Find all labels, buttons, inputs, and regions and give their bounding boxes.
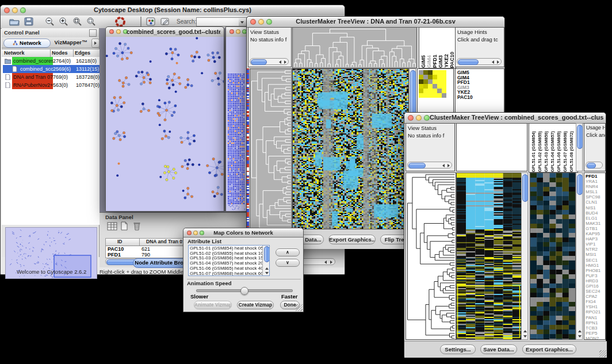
gene-label[interactable]: PAC10 bbox=[457, 95, 504, 100]
save-data-button[interactable]: Save Data... bbox=[480, 344, 517, 354]
tv2-zoom-vscrollbar[interactable] bbox=[576, 173, 583, 340]
main-title-bar[interactable]: Cytoscape Desktop (Session Name: collins… bbox=[1, 5, 345, 16]
column-label[interactable]: YKE2 bbox=[443, 54, 449, 68]
gene-label[interactable]: PHO81 bbox=[586, 268, 605, 273]
vscroll-thumb[interactable] bbox=[577, 174, 583, 195]
hscroll-thumb[interactable] bbox=[458, 59, 479, 65]
scroll-right-icon[interactable] bbox=[497, 60, 499, 64]
col-network[interactable]: Network bbox=[4, 50, 25, 56]
gene-label[interactable]: RNR4 bbox=[586, 184, 605, 189]
scroll-right-icon[interactable] bbox=[330, 260, 332, 264]
zoom-in-icon[interactable] bbox=[58, 17, 70, 26]
move-down-button[interactable]: ∨ bbox=[276, 259, 300, 267]
network-window-title-bar[interactable]: combined_scores_good.txt--cluste... bbox=[106, 27, 224, 37]
tv1-zoomed-heatmap[interactable] bbox=[419, 70, 446, 98]
animation-slider[interactable] bbox=[196, 289, 293, 292]
dialog-title-bar[interactable]: Map Colors to Network bbox=[183, 228, 303, 237]
column-label[interactable]: GIM5 bbox=[420, 55, 426, 68]
zoom-selected-icon[interactable] bbox=[86, 17, 97, 26]
maximize-icon[interactable] bbox=[200, 231, 204, 235]
open-session-icon[interactable] bbox=[9, 17, 20, 26]
vscroll-thumb[interactable] bbox=[522, 174, 528, 202]
column-label[interactable]: GPL51-01 (GSM854) bbox=[530, 131, 537, 172]
tv1-heatmap[interactable] bbox=[292, 68, 409, 229]
tab-vizmapper[interactable]: VizMapper™ bbox=[51, 39, 91, 47]
tv2-row-dendrogram[interactable] bbox=[406, 173, 456, 340]
maximize-icon[interactable] bbox=[266, 19, 272, 25]
gene-label[interactable]: HAP3 bbox=[586, 236, 605, 242]
network-row-selected[interactable]: combined_sco 2569(6) 13112(15) bbox=[3, 65, 100, 73]
trash-icon[interactable] bbox=[133, 221, 144, 231]
help-lifering-icon[interactable] bbox=[114, 17, 126, 26]
gene-label[interactable]: PFD1 bbox=[586, 174, 605, 179]
hscroll-thumb[interactable] bbox=[587, 163, 596, 168]
treeview2-title-bar[interactable]: ClusterMaker TreeView : combined_scores_… bbox=[404, 113, 606, 124]
tv2-hints-hscrollbar[interactable] bbox=[586, 162, 603, 168]
gene-label[interactable]: GTB1 bbox=[586, 226, 605, 231]
tv1-hints-hscrollbar[interactable] bbox=[457, 58, 502, 65]
row-value[interactable]: 790 bbox=[141, 252, 150, 258]
column-label[interactable]: GIM3 bbox=[438, 55, 443, 68]
gene-label[interactable]: YSH1 bbox=[586, 304, 605, 309]
resize-grip[interactable] bbox=[599, 350, 606, 357]
gene-label[interactable]: ELG1 bbox=[586, 216, 605, 221]
scroll-down-icon[interactable] bbox=[523, 335, 527, 338]
scroll-up-icon[interactable] bbox=[578, 330, 582, 332]
attribute-listbox[interactable]: GPL51-01 (GSM854) heat shock 05 minGPL51… bbox=[188, 245, 270, 276]
gene-label[interactable]: BUD4 bbox=[586, 210, 605, 216]
column-label[interactable]: PAC10 bbox=[449, 52, 455, 68]
scro ll-up-icon[interactable] bbox=[265, 267, 269, 270]
gene-label[interactable]: PAN1 bbox=[586, 315, 605, 320]
attribute-item[interactable]: GPL51-07 (GSM868) heat shock 60 min bbox=[190, 271, 268, 276]
row-id[interactable]: PFD1 bbox=[108, 252, 121, 258]
settings-button[interactable]: Settings... bbox=[440, 344, 476, 354]
row-id[interactable]: PAC10 bbox=[108, 246, 124, 252]
gene-label[interactable]: KAP95 bbox=[586, 231, 605, 236]
tab-network[interactable]: Network bbox=[3, 39, 51, 48]
animate-vizmap-button[interactable]: Animate Vizmap bbox=[194, 301, 232, 309]
tv2-zoomed-heatmap[interactable] bbox=[530, 173, 576, 340]
gene-label[interactable]: PUF3 bbox=[586, 273, 605, 278]
close-icon[interactable] bbox=[4, 7, 10, 13]
hscroll-thumb[interactable] bbox=[251, 59, 267, 65]
gene-label[interactable]: VIP1 bbox=[586, 242, 605, 247]
gene-label[interactable]: NTR2 bbox=[586, 247, 605, 252]
create-vizmap-button[interactable]: Create Vizmap bbox=[237, 301, 274, 309]
gene-label[interactable]: MON2 bbox=[586, 336, 605, 340]
gene-label[interactable]: HMG1 bbox=[586, 263, 605, 268]
annotation-icon[interactable] bbox=[160, 17, 171, 26]
close-icon[interactable] bbox=[250, 19, 256, 25]
network-row[interactable]: DNA and Tran 07 769(0) 183728(0) bbox=[3, 73, 100, 81]
scroll-up-icon[interactable] bbox=[523, 330, 527, 332]
treeview1-title-bar[interactable]: ClusterMaker TreeView : DNA and Tran 07-… bbox=[247, 17, 504, 28]
float-panel-icon[interactable] bbox=[89, 29, 97, 37]
minimize-icon[interactable] bbox=[416, 115, 422, 121]
scroll-left-icon[interactable] bbox=[492, 60, 494, 64]
save-session-icon[interactable] bbox=[24, 17, 35, 26]
column-label[interactable]: GPL51-03 (GSM856) bbox=[543, 131, 549, 172]
maximize-icon[interactable] bbox=[20, 7, 26, 13]
maximize-icon[interactable] bbox=[424, 115, 430, 121]
gene-label[interactable]: SEC1 bbox=[586, 258, 605, 263]
search-dropdown-button[interactable] bbox=[239, 17, 247, 26]
minimize-icon[interactable] bbox=[116, 29, 121, 34]
new-document-icon[interactable] bbox=[120, 221, 132, 231]
col-edges[interactable]: Edges bbox=[75, 50, 90, 56]
column-label[interactable]: GPL51-02 (GSM855) bbox=[537, 131, 543, 172]
vscroll-thumb[interactable] bbox=[264, 246, 270, 262]
network-window-2-title-bar[interactable] bbox=[226, 27, 248, 37]
tv2-column-dendrogram[interactable] bbox=[456, 123, 527, 171]
gene-label[interactable]: RPN1 bbox=[586, 320, 605, 325]
tab-overflow-button[interactable] bbox=[91, 39, 100, 48]
tv1-row-dendrogram[interactable] bbox=[250, 68, 292, 229]
scroll-left-icon[interactable] bbox=[442, 164, 445, 167]
gene-label[interactable]: NIS1 bbox=[586, 205, 605, 210]
close-icon[interactable] bbox=[408, 115, 414, 121]
column-label[interactable]: GIM4 bbox=[426, 55, 432, 68]
resize-grip[interactable] bbox=[296, 304, 303, 311]
gene-label[interactable]: CPA2 bbox=[586, 294, 605, 299]
minimize-icon[interactable] bbox=[12, 7, 18, 13]
tv2-heatmap[interactable] bbox=[456, 173, 522, 340]
listbox-vscrollbar[interactable] bbox=[262, 246, 269, 275]
gene-label[interactable]: MSL1 bbox=[586, 189, 605, 194]
